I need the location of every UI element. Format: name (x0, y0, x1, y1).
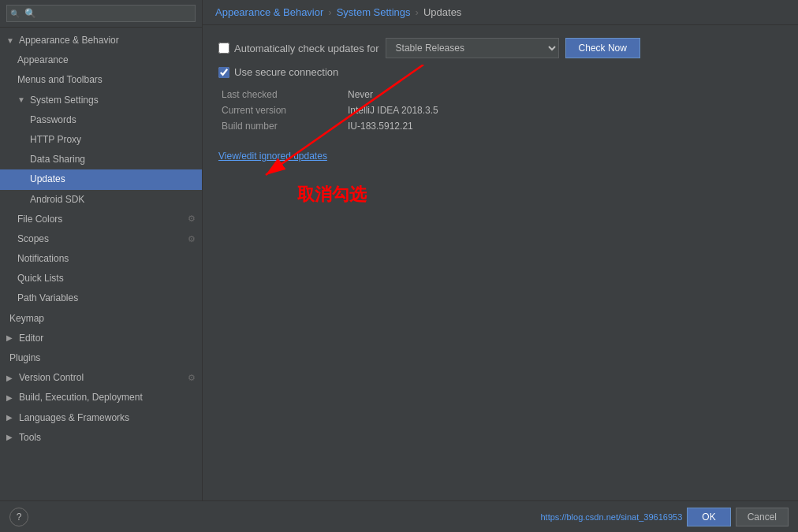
sidebar-item-http-proxy[interactable]: HTTP Proxy (0, 130, 202, 150)
sidebar-item-version-control[interactable]: ▶ Version Control ⚙ (0, 368, 202, 388)
secure-connection-label[interactable]: Use secure connection (218, 66, 338, 78)
breadcrumb-link-1[interactable]: Appearance & Behavior (215, 6, 323, 18)
annotation-text: 取消勾选 (297, 183, 367, 206)
sidebar-item-build-execution[interactable]: ▶ Build, Execution, Deployment (0, 388, 202, 407)
breadcrumb: Appearance & Behavior › System Settings … (203, 0, 798, 25)
sidebar-item-keymap[interactable]: Keymap (0, 309, 202, 329)
collapse-icon-build: ▶ (6, 392, 14, 404)
sidebar-item-editor[interactable]: ▶ Editor (0, 329, 202, 348)
sidebar-item-android-sdk[interactable]: Android SDK (0, 190, 202, 210)
sidebar-item-updates[interactable]: Updates (0, 169, 202, 189)
sidebar-item-file-colors[interactable]: File Colors ⚙ (0, 210, 202, 229)
expand-icon-system: ▼ (17, 94, 25, 106)
bottom-url: https://blog.csdn.net/sinat_39616953 (540, 512, 682, 522)
search-input[interactable] (6, 5, 196, 22)
auto-check-checkbox[interactable] (218, 43, 229, 54)
current-version-value: IntelliJ IDEA 2018.3.5 (348, 105, 438, 116)
content-area: Appearance & Behavior › System Settings … (203, 0, 798, 500)
auto-check-row: Automatically check updates for Stable R… (218, 38, 782, 58)
settings-icon: ⚙ (188, 212, 196, 226)
collapse-icon-lang: ▶ (6, 411, 14, 424)
ok-button[interactable]: OK (687, 508, 730, 526)
auto-check-label[interactable]: Automatically check updates for (218, 43, 379, 54)
last-checked-value: Never (348, 89, 373, 100)
settings-icon-vc: ⚙ (188, 371, 196, 385)
sidebar-item-passwords[interactable]: Passwords (0, 110, 202, 130)
breadcrumb-sep-2: › (416, 6, 419, 18)
help-button[interactable]: ? (9, 508, 28, 526)
secure-connection-checkbox[interactable] (218, 67, 229, 78)
last-checked-label: Last checked (222, 89, 348, 100)
current-version-label: Current version (222, 105, 348, 116)
sidebar-item-data-sharing[interactable]: Data Sharing (0, 150, 202, 169)
sidebar-content: ▼ Appearance & Behavior Appearance Menus… (0, 28, 202, 500)
sidebar-item-scopes[interactable]: Scopes ⚙ (0, 229, 202, 249)
settings-icon-scopes: ⚙ (188, 233, 196, 247)
breadcrumb-sep-1: › (328, 6, 331, 18)
secure-connection-text: Use secure connection (234, 66, 338, 78)
sidebar-item-menus-toolbars[interactable]: Menus and Toolbars (0, 70, 202, 90)
breadcrumb-link-2[interactable]: System Settings (337, 6, 411, 18)
view-ignored-link[interactable]: View/edit ignored updates (218, 151, 327, 162)
sidebar-item-tools[interactable]: ▶ Tools (0, 428, 202, 448)
sidebar-item-languages-frameworks[interactable]: ▶ Languages & Frameworks (0, 408, 202, 428)
cancel-button[interactable]: Cancel (736, 508, 789, 526)
sidebar-item-notifications[interactable]: Notifications (0, 249, 202, 269)
sidebar-item-path-variables[interactable]: Path Variables (0, 288, 202, 308)
bottom-bar: ? https://blog.csdn.net/sinat_39616953 O… (0, 500, 798, 532)
sidebar: ▼ Appearance & Behavior Appearance Menus… (0, 0, 203, 500)
expand-icon: ▼ (6, 35, 14, 47)
collapse-icon-editor: ▶ (6, 332, 14, 344)
sidebar-item-appearance[interactable]: Appearance (0, 50, 202, 70)
sidebar-item-quick-lists[interactable]: Quick Lists (0, 269, 202, 288)
build-number-row: Build number IU-183.5912.21 (222, 121, 782, 132)
secure-connection-row: Use secure connection (218, 66, 782, 78)
sidebar-item-system-settings[interactable]: ▼ System Settings (0, 91, 202, 110)
info-table: Last checked Never Current version Intel… (222, 89, 782, 132)
breadcrumb-current: Updates (423, 6, 461, 18)
current-version-row: Current version IntelliJ IDEA 2018.3.5 (222, 105, 782, 116)
bottom-right: https://blog.csdn.net/sinat_39616953 OK … (540, 508, 789, 526)
search-box[interactable] (0, 0, 202, 28)
build-number-value: IU-183.5912.21 (348, 121, 413, 132)
collapse-icon-tools: ▶ (6, 431, 14, 444)
auto-check-text: Automatically check updates for (234, 43, 379, 54)
channel-dropdown[interactable]: Stable Releases Beta Releases EAP (386, 38, 559, 58)
check-now-button[interactable]: Check Now (565, 38, 640, 58)
build-number-label: Build number (222, 121, 348, 132)
sidebar-item-plugins[interactable]: Plugins (0, 348, 202, 368)
sidebar-item-appearance-behavior[interactable]: ▼ Appearance & Behavior (0, 31, 202, 50)
collapse-icon-vc: ▶ (6, 372, 14, 385)
annotation-arrow-svg (226, 65, 479, 222)
last-checked-row: Last checked Never (222, 89, 782, 100)
content-panel: Automatically check updates for Stable R… (203, 25, 798, 500)
